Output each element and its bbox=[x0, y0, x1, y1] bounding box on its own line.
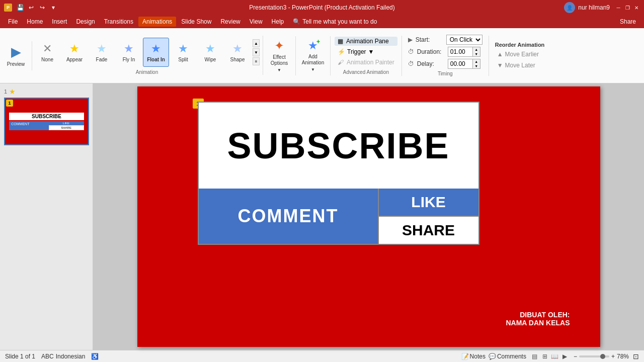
notes-icon: 📝 bbox=[461, 353, 469, 360]
main-area: 1 ★ SUBSCRIBE COMMENT LIKE SHARE 1 1 bbox=[0, 83, 644, 350]
redo-button[interactable]: ↪ bbox=[37, 3, 47, 13]
effect-options-arrow: ▼ bbox=[277, 68, 281, 72]
delay-input[interactable] bbox=[448, 60, 472, 68]
like-share-box: LIKE SHARE bbox=[378, 189, 478, 244]
window-title: Presentation3 - PowerPoint (Product Acti… bbox=[249, 4, 394, 11]
anim-wipe[interactable]: ★ Wipe bbox=[197, 38, 223, 67]
comments-button[interactable]: 💬 Comments bbox=[489, 353, 526, 360]
comment-text: COMMENT bbox=[238, 206, 339, 227]
duration-input[interactable] bbox=[448, 48, 472, 56]
animation-pane-button[interactable]: ▦ Animation Pane bbox=[335, 37, 397, 46]
footer-line1: DIBUAT OLEH: bbox=[506, 311, 570, 319]
menu-bar: File Home Insert Design Transitions Anim… bbox=[0, 15, 644, 28]
subscribe-text: SUBSCRIBE bbox=[199, 103, 478, 189]
scroll-down-button[interactable]: ▼ bbox=[253, 48, 260, 56]
title-bar: P 💾 ↩ ↪ ▾ Presentation3 - PowerPoint (Pr… bbox=[0, 0, 644, 15]
start-select[interactable]: On Click With Previous After Previous bbox=[446, 35, 482, 45]
zoom-out-icon[interactable]: − bbox=[574, 353, 577, 360]
menu-help[interactable]: Help bbox=[268, 17, 288, 27]
move-later-button[interactable]: ▼ Move Later bbox=[495, 61, 545, 70]
view-buttons: ▤ ⊞ 📖 ▶ bbox=[530, 352, 570, 361]
animation-painter-button[interactable]: 🖌 Animation Painter bbox=[335, 58, 397, 67]
menu-slideshow[interactable]: Slide Show bbox=[177, 17, 215, 27]
menu-view[interactable]: View bbox=[246, 17, 267, 27]
split-label: Split bbox=[178, 57, 188, 62]
trigger-icon: ⚡ bbox=[338, 48, 345, 55]
scroll-up-button[interactable]: ▲ bbox=[253, 39, 260, 47]
duration-decrement[interactable]: ▼ bbox=[473, 52, 480, 56]
anim-flyin[interactable]: ★ Fly In bbox=[116, 38, 142, 67]
reading-view-button[interactable]: 📖 bbox=[550, 352, 559, 361]
anim-fade[interactable]: ★ Fade bbox=[89, 38, 115, 67]
normal-view-button[interactable]: ▤ bbox=[530, 352, 539, 361]
slide-panel: 1 ★ SUBSCRIBE COMMENT LIKE SHARE 1 bbox=[0, 83, 93, 350]
comments-label: Comments bbox=[497, 353, 526, 360]
duration-clock-icon: ⏱ bbox=[408, 48, 414, 55]
zoom-control: − + 78% bbox=[574, 353, 629, 360]
animation-star-icon: ★ bbox=[9, 87, 16, 96]
user-avatar: 👤 bbox=[564, 2, 575, 13]
duration-increment[interactable]: ▲ bbox=[473, 47, 480, 52]
add-animation-icon: ★+ bbox=[308, 39, 318, 52]
anim-marker: 1 bbox=[6, 100, 13, 107]
menu-home[interactable]: Home bbox=[23, 17, 47, 27]
anim-split[interactable]: ★ Split bbox=[170, 38, 196, 67]
add-animation-button[interactable]: ★+ AddAnimation ▼ bbox=[298, 38, 328, 73]
move-later-label: Move Later bbox=[505, 62, 535, 69]
delay-increment[interactable]: ▲ bbox=[473, 59, 480, 64]
anim-appear[interactable]: ★ Appear bbox=[61, 38, 88, 67]
reorder-group: Reorder Animation ▲ Move Earlier ▼ Move … bbox=[489, 36, 551, 76]
thumb-comment: COMMENT bbox=[9, 121, 48, 130]
spell-check-icon: ABC bbox=[41, 353, 54, 360]
comments-icon: 💬 bbox=[489, 353, 496, 360]
status-bar: Slide 1 of 1 ABC Indonesian ♿ 📝 Notes 💬 … bbox=[0, 350, 644, 362]
trigger-button[interactable]: ⚡ Trigger ▼ bbox=[335, 47, 397, 56]
slide-content-box[interactable]: SUBSCRIBE COMMENT LIKE SHARE bbox=[198, 102, 479, 245]
slideshow-button[interactable]: ▶ bbox=[560, 352, 570, 361]
close-button[interactable]: ✕ bbox=[633, 4, 640, 11]
footer-line2: NAMA DAN KELAS bbox=[506, 319, 570, 327]
menu-design[interactable]: Design bbox=[72, 17, 99, 27]
zoom-in-icon[interactable]: + bbox=[611, 353, 615, 360]
save-button[interactable]: 💾 bbox=[15, 3, 25, 13]
slide-thumbnail[interactable]: SUBSCRIBE COMMENT LIKE SHARE 1 bbox=[4, 98, 89, 145]
undo-button[interactable]: ↩ bbox=[26, 3, 36, 13]
preview-button[interactable]: ▶ Preview bbox=[4, 41, 32, 70]
language-label: Indonesian bbox=[56, 353, 86, 360]
slide-sorter-button[interactable]: ⊞ bbox=[540, 352, 549, 361]
accessibility-icon: ♿ bbox=[91, 353, 99, 360]
menu-review[interactable]: Review bbox=[216, 17, 244, 27]
preview-label: Preview bbox=[7, 61, 25, 67]
zoom-thumb bbox=[600, 354, 605, 359]
restore-button[interactable]: ❐ bbox=[624, 4, 631, 11]
anim-floatin[interactable]: ★ Float In bbox=[143, 38, 169, 67]
animation-pane-icon: ▦ bbox=[338, 38, 343, 45]
thumb-like: LIKE bbox=[49, 121, 84, 125]
scroll-more-button[interactable]: ≡ bbox=[253, 57, 260, 65]
effect-options-button[interactable]: ✦ EffectOptions ▼ bbox=[265, 38, 293, 73]
notes-button[interactable]: 📝 Notes bbox=[461, 353, 486, 360]
menu-transitions[interactable]: Transitions bbox=[100, 17, 137, 27]
anim-none[interactable]: ✕ None bbox=[34, 38, 60, 67]
share-button[interactable]: Share bbox=[616, 17, 640, 27]
like-box: LIKE bbox=[378, 189, 478, 216]
quick-access-toolbar: 💾 ↩ ↪ ▾ bbox=[15, 3, 58, 13]
zoom-slider[interactable] bbox=[579, 355, 609, 357]
menu-search[interactable]: 🔍 Tell me what you want to do bbox=[289, 17, 381, 27]
customize-qat-button[interactable]: ▾ bbox=[48, 3, 58, 13]
move-earlier-button[interactable]: ▲ Move Earlier bbox=[495, 50, 545, 59]
delay-decrement[interactable]: ▼ bbox=[473, 64, 480, 68]
none-icon: ✕ bbox=[43, 42, 52, 55]
minimize-button[interactable]: ─ bbox=[615, 4, 622, 11]
menu-file[interactable]: File bbox=[4, 17, 22, 27]
anim-shape[interactable]: ★ Shape bbox=[224, 38, 251, 67]
menu-insert[interactable]: Insert bbox=[48, 17, 71, 27]
wipe-icon: ★ bbox=[205, 42, 215, 55]
move-earlier-icon: ▲ bbox=[497, 51, 503, 58]
slide-canvas[interactable]: 1 SUBSCRIBE COMMENT LIKE SHARE bbox=[137, 86, 600, 347]
bottom-row: COMMENT LIKE SHARE bbox=[199, 189, 478, 244]
animation-pane-label: Animation Pane bbox=[346, 38, 389, 45]
menu-animations[interactable]: Animations bbox=[138, 17, 176, 27]
preview-icon: ▶ bbox=[11, 44, 21, 60]
fit-slide-button[interactable]: ⊡ bbox=[633, 352, 639, 360]
